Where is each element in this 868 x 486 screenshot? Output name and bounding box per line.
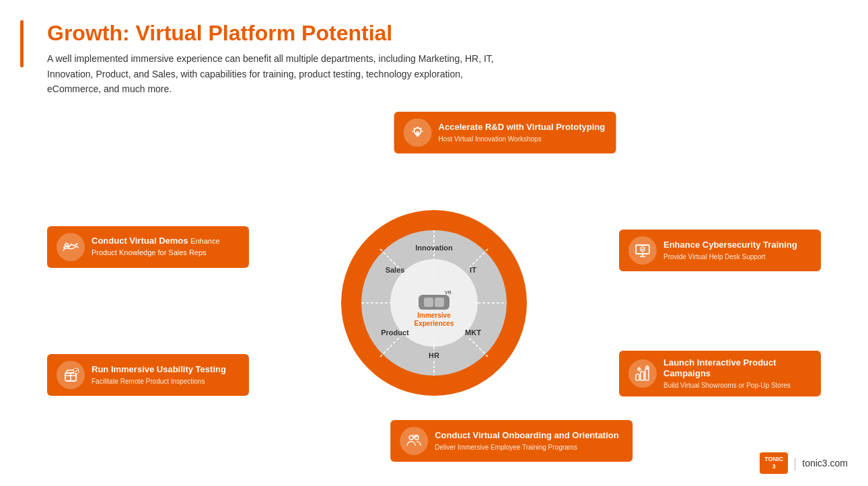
card-left-bottom: Run Immersive Usability Testing Facilita… [47, 354, 249, 396]
card-text-left-bottom: Run Immersive Usability Testing Facilita… [92, 364, 226, 386]
title-bold: Growth: [47, 21, 130, 45]
svg-text:$: $ [647, 366, 648, 369]
card-text-right-top: Enhance Cybersecurity Training Provide V… [663, 240, 797, 261]
card-icon-left-top [57, 233, 85, 261]
card-right-bottom: $ Launch Interactive Product Campaigns B… [619, 351, 821, 397]
card-icon-bottom: HR [400, 427, 428, 455]
page: Growth: Virtual Platform Potential A wel… [0, 0, 868, 486]
circle-diagram: Innovation IT MKT HR Product Sales VR [340, 209, 528, 397]
svg-rect-46 [645, 369, 649, 380]
card-title-left-bottom: Run Immersive Usability Testing [92, 364, 226, 376]
card-subtitle-left-bottom: Facilitate Remote Product Inspections [92, 377, 226, 386]
svg-rect-22 [424, 298, 433, 307]
page-title: Growth: Virtual Platform Potential [47, 20, 834, 46]
card-title-top: Accelerate R&D with Virtual Prototyping [439, 122, 606, 133]
svg-rect-44 [636, 374, 639, 380]
accent-bar [20, 20, 24, 67]
svg-line-32 [414, 128, 415, 129]
svg-rect-23 [435, 298, 444, 307]
svg-text:Innovation: Innovation [415, 244, 453, 252]
card-subtitle-right-top: Provide Virtual Help Desk Support [663, 252, 797, 261]
svg-text:Experiences: Experiences [414, 320, 454, 327]
svg-text:HR: HR [429, 351, 439, 359]
card-right-top: Enhance Cybersecurity Training Provide V… [619, 230, 821, 271]
svg-text:IT: IT [470, 266, 476, 274]
logo-line2: 3 [764, 463, 783, 471]
logo-url: tonic3.com [802, 458, 848, 468]
card-text-left-top: Conduct Virtual Demos Enhance Product Kn… [92, 236, 240, 258]
card-title-bottom: Conduct Virtual Onboarding and Orientati… [435, 430, 618, 442]
logo-line1: TONIC [764, 456, 783, 463]
card-icon-right-top [628, 236, 657, 265]
svg-text:Immersive: Immersive [417, 312, 451, 319]
svg-text:Product: Product [381, 328, 409, 337]
logo-divider: | [793, 456, 797, 471]
header-section: Growth: Virtual Platform Potential A wel… [47, 20, 834, 97]
card-subtitle-bottom: Deliver Immersive Employee Training Prog… [435, 443, 618, 452]
content-area: Innovation IT MKT HR Product Sales VR [34, 105, 834, 482]
card-left-top: Conduct Virtual Demos Enhance Product Kn… [47, 226, 249, 268]
card-subtitle-right-bottom: Build Virtual Showrooms or Pop-Up Stores [663, 381, 811, 390]
card-text-top: Accelerate R&D with Virtual Prototyping … [439, 122, 606, 143]
card-bottom-center: HR Conduct Virtual Onboarding and Orient… [390, 420, 632, 462]
card-text-bottom: Conduct Virtual Onboarding and Orientati… [435, 430, 618, 452]
card-icon-top [404, 118, 432, 147]
svg-text:HR: HR [413, 434, 417, 438]
svg-rect-24 [433, 301, 435, 304]
svg-text:VR: VR [445, 290, 451, 295]
card-icon-left-bottom [57, 361, 85, 389]
card-top-center: Accelerate R&D with Virtual Prototyping … [394, 112, 616, 153]
svg-text:MKT: MKT [465, 328, 481, 337]
subtitle-text: A well implemented immersive experience … [47, 51, 505, 96]
card-text-right-bottom: Launch Interactive Product Campaigns Bui… [663, 357, 811, 390]
card-title-bold-left-top: Conduct Virtual Demos [92, 236, 190, 246]
svg-text:Sales: Sales [386, 266, 405, 274]
svg-line-33 [421, 128, 422, 129]
logo-area: TONIC 3 | tonic3.com [760, 452, 848, 474]
title-orange: Virtual Platform Potential [136, 21, 393, 45]
card-icon-right-bottom: $ [628, 359, 657, 388]
card-subtitle-top: Host Virtual Innovation Workshops [439, 135, 606, 143]
card-title-right-top: Enhance Cybersecurity Training [663, 240, 797, 251]
svg-rect-45 [641, 372, 644, 380]
card-title-left-top: Conduct Virtual Demos Enhance Product Kn… [92, 236, 240, 258]
diagram-svg: Innovation IT MKT HR Product Sales VR [340, 209, 528, 397]
logo-box: TONIC 3 [760, 452, 788, 474]
card-title-right-bottom: Launch Interactive Product Campaigns [663, 357, 811, 380]
svg-point-34 [65, 243, 69, 246]
